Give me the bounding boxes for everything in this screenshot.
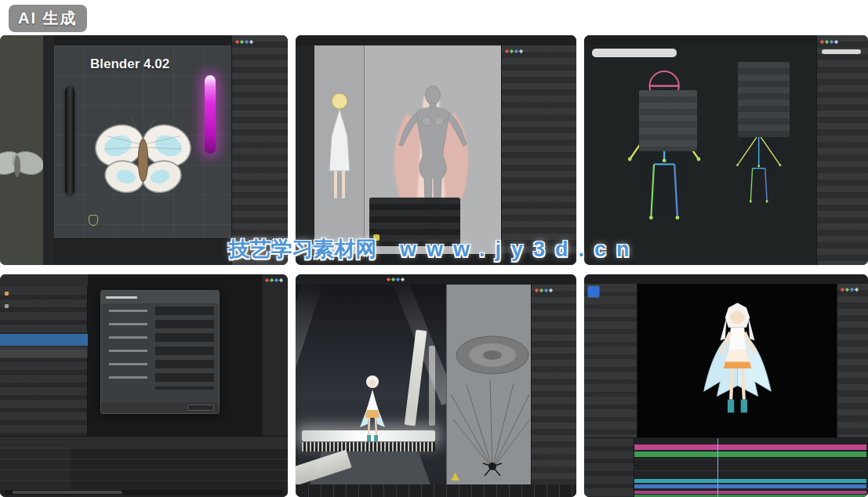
scrollbar-thumb: [13, 491, 122, 494]
thumbnail-blender-butterfly[interactable]: Blender 4.02: [0, 35, 288, 265]
gallery-page: AI 生成 技艺学习素材网 www.jy3d.cn Blender 4.02: [0, 0, 868, 497]
shading-mode-dots-icon: [535, 288, 553, 292]
panel-slider: [822, 49, 861, 54]
dialog-title-text: [106, 296, 137, 299]
properties-panel: [501, 45, 576, 254]
timeline-track-teal: [634, 479, 866, 483]
track-labels: [584, 438, 634, 497]
timeline-playhead: [717, 438, 718, 497]
viewport-3d: [365, 45, 501, 254]
watermark-site-url: www.jy3d.cn: [400, 238, 640, 261]
moth-image: [0, 141, 44, 188]
properties-dialog: [100, 290, 220, 414]
side-app-strip: [0, 35, 43, 265]
shading-mode-dots-icon: [841, 288, 859, 292]
light-pillar: [429, 346, 435, 426]
timeline-panel: [0, 436, 288, 497]
thumbnail-blender-outliner-dialog[interactable]: [0, 274, 288, 497]
properties-panel: [816, 35, 868, 265]
rod-object: [65, 86, 74, 194]
arena-topview: [447, 285, 532, 484]
composition-viewport: [637, 284, 837, 437]
side-panel: [837, 284, 868, 437]
spotlight-beam: [296, 285, 323, 402]
stage-viewport: [296, 285, 446, 484]
timeline-track-pink-2: [634, 491, 866, 494]
character-model: [357, 372, 388, 447]
character-model: [692, 296, 783, 426]
dialog-ok-button: [187, 404, 214, 411]
left-toolbar: [296, 45, 314, 254]
search-field: [592, 49, 677, 57]
app-icon: [588, 286, 599, 297]
thumbnail-blender-stage-scene[interactable]: [296, 274, 576, 497]
outliner-item-icon: [5, 292, 9, 296]
timeline-rows: [0, 448, 288, 490]
thumbnail-blender-body-model[interactable]: [296, 35, 576, 265]
arena-viewport: [446, 285, 531, 484]
editor-header: [296, 35, 576, 45]
properties-panel: [231, 35, 288, 265]
shading-mode-dots-icon: [820, 40, 838, 44]
timeline-track-blue: [634, 484, 866, 488]
timeline-panel: [584, 437, 868, 497]
properties-panel: [531, 285, 576, 484]
thumbnail-animation-editor[interactable]: [584, 274, 868, 497]
overlay-panel: [738, 62, 790, 137]
shield-overlay-icon: [89, 215, 98, 226]
watermark: 技艺学习素材网 www.jy3d.cn: [0, 235, 868, 263]
left-toolbar: [43, 35, 54, 265]
shading-mode-dots-icon: [265, 278, 283, 282]
project-panel: [584, 284, 637, 437]
timeline-track-rows: [634, 459, 866, 477]
outliner-item-icon: [5, 304, 9, 308]
side-tab-strip: [261, 274, 288, 436]
top-toolbar: [584, 274, 868, 284]
dialog-footer: [101, 402, 219, 413]
timeline-track-green: [634, 452, 866, 457]
butterfly-model: [90, 113, 196, 203]
active-row: [0, 346, 88, 358]
outliner-header: [0, 274, 88, 287]
magic-wand-object: [205, 75, 216, 154]
timeline-scrollbar: [5, 490, 283, 495]
reference-character: [320, 77, 359, 218]
ai-generated-badge: AI 生成: [9, 5, 87, 32]
reference-image-panel: [314, 45, 365, 254]
timeline-track-pink: [634, 444, 866, 450]
light-pillar: [405, 330, 427, 426]
ai-badge-label: AI 生成: [18, 9, 78, 27]
dialog-header: [101, 291, 219, 303]
ai-badge-frame: AI 生成: [6, 2, 89, 34]
timeline-strip: [296, 484, 576, 497]
dialog-fields: [104, 307, 217, 390]
shading-mode-dots-icon: [505, 49, 523, 53]
timeline-header: [0, 437, 288, 448]
tool-panel: [639, 90, 697, 151]
viewport-3d: Blender 4.02: [54, 45, 231, 238]
editor-header: [296, 274, 576, 285]
blender-version-caption: Blender 4.02: [90, 56, 169, 72]
thumbnail-blender-armature[interactable]: [584, 35, 868, 265]
viewport-header: [54, 35, 231, 45]
shading-mode-dots-icon: [235, 40, 253, 44]
watermark-site-name: 技艺学习素材网: [228, 238, 376, 261]
shading-mode-dots-icon: [387, 278, 405, 281]
selected-row: [0, 334, 88, 346]
outliner-panel: [0, 287, 88, 436]
